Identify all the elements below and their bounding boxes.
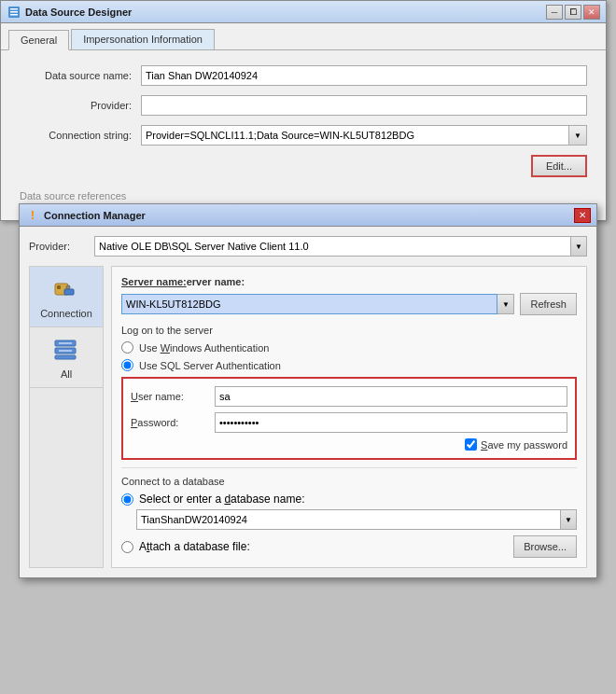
nav-all-label: All bbox=[61, 368, 72, 380]
window-title: Data Source Designer bbox=[25, 7, 546, 18]
datasource-label: Data source name: bbox=[20, 70, 141, 81]
provider-select-field[interactable]: Native OLE DB\SQL Server Native Client 1… bbox=[94, 236, 570, 257]
connection-string-dropdown[interactable]: ▼ bbox=[568, 125, 587, 146]
sql-auth-box: User name: Password: Save my password bbox=[121, 377, 577, 460]
svg-rect-2 bbox=[10, 14, 18, 16]
db-dropdown-arrow[interactable]: ▼ bbox=[560, 509, 577, 530]
username-input[interactable] bbox=[215, 386, 567, 407]
edit-button[interactable]: Edit... bbox=[531, 155, 587, 177]
password-input[interactable] bbox=[215, 412, 567, 433]
server-name-label: Server name: bbox=[121, 276, 187, 287]
logon-title: Log on to the server bbox=[121, 325, 577, 336]
dialog-body: Connection All bbox=[29, 266, 587, 568]
save-password-label: Save my password bbox=[481, 439, 567, 451]
db-select-wrapper: ▼ bbox=[136, 509, 577, 530]
provider-row: Provider: bbox=[20, 95, 587, 116]
datasource-row: Data source name: bbox=[20, 65, 587, 86]
sql-auth-radio[interactable] bbox=[121, 359, 133, 371]
dialog-content: Provider: Native OLE DB\SQL Server Nativ… bbox=[20, 227, 596, 577]
db-section-title: Connect to a database bbox=[121, 476, 577, 487]
refresh-button[interactable]: Refresh bbox=[520, 293, 577, 315]
svg-rect-3 bbox=[10, 8, 18, 10]
window-controls: ─ ⧠ ✕ bbox=[546, 5, 600, 20]
provider-row: Provider: Native OLE DB\SQL Server Nativ… bbox=[29, 236, 587, 257]
nav-item-all[interactable]: All bbox=[30, 327, 103, 388]
provider-label: Provider: bbox=[20, 100, 141, 111]
svg-rect-6 bbox=[64, 289, 74, 295]
sql-auth-row: Use SQL Server Authentication bbox=[121, 359, 577, 371]
dialog-provider-label: Provider: bbox=[29, 241, 94, 252]
restore-button[interactable]: ⧠ bbox=[565, 5, 581, 20]
db-section: Connect to a database Select or enter a … bbox=[121, 467, 577, 558]
db-name-input[interactable] bbox=[136, 509, 560, 530]
right-panel: Server name:erver name: ▼ Refresh Log on… bbox=[111, 266, 587, 568]
sql-auth-label: Use SQL Server Authentication bbox=[139, 360, 281, 371]
svg-rect-5 bbox=[57, 285, 61, 289]
connection-icon bbox=[51, 274, 81, 304]
db-select-label: Select or enter a database name: bbox=[139, 493, 304, 506]
dialog-title: Connection Manager bbox=[44, 210, 574, 221]
left-nav-panel: Connection All bbox=[29, 266, 104, 568]
nav-connection-label: Connection bbox=[40, 308, 92, 319]
datasource-references-label: Data source references bbox=[20, 187, 587, 205]
tab-general[interactable]: General bbox=[8, 30, 69, 50]
provider-input[interactable] bbox=[141, 95, 587, 116]
connection-manager-dialog: ! Connection Manager ✕ Provider: Native … bbox=[19, 203, 597, 578]
svg-rect-11 bbox=[55, 355, 76, 359]
edit-row: Edit... bbox=[20, 155, 587, 177]
db-select-row: Select or enter a database name: bbox=[121, 493, 577, 506]
tab-impersonation[interactable]: Impersonation Information bbox=[71, 29, 215, 49]
windows-auth-row: Use Windows Authentication bbox=[121, 341, 577, 354]
tabs-bar: General Impersonation Information bbox=[1, 23, 606, 50]
dialog-title-bar: ! Connection Manager ✕ bbox=[20, 204, 596, 227]
all-icon bbox=[51, 335, 81, 365]
window-icon bbox=[7, 5, 21, 20]
provider-select-wrapper: Native OLE DB\SQL Server Native Client 1… bbox=[94, 236, 587, 257]
server-select-wrapper: ▼ bbox=[121, 294, 514, 314]
connection-string-row: Connection string: ▼ bbox=[20, 125, 587, 146]
minimize-button[interactable]: ─ bbox=[546, 5, 563, 20]
attach-label: Attach a database file: bbox=[139, 540, 250, 553]
connection-string-label: Connection string: bbox=[20, 130, 141, 141]
data-source-designer-window: Data Source Designer ─ ⧠ ✕ General Imper… bbox=[0, 0, 607, 221]
save-password-checkbox[interactable] bbox=[465, 438, 477, 451]
title-bar: Data Source Designer ─ ⧠ ✕ bbox=[1, 1, 606, 23]
datasource-input[interactable] bbox=[141, 65, 587, 86]
username-label: User name: bbox=[131, 391, 215, 402]
windows-auth-radio[interactable] bbox=[121, 341, 133, 354]
server-name-section-title: Server name:erver name: bbox=[121, 276, 577, 287]
dialog-warning-icon: ! bbox=[25, 208, 40, 223]
attach-radio[interactable] bbox=[121, 541, 133, 553]
server-name-input[interactable] bbox=[121, 294, 497, 314]
connection-string-input[interactable] bbox=[141, 125, 568, 146]
auth-section: Log on to the server Use Windows Authent… bbox=[121, 325, 577, 460]
provider-dropdown-arrow[interactable]: ▼ bbox=[570, 236, 587, 257]
attach-row: Attach a database file: Browse... bbox=[121, 535, 577, 558]
save-password-row: Save my password bbox=[131, 438, 567, 451]
db-select-radio[interactable] bbox=[121, 493, 133, 506]
nav-item-connection[interactable]: Connection bbox=[30, 267, 103, 327]
dialog-close-button[interactable]: ✕ bbox=[574, 208, 591, 223]
svg-point-8 bbox=[66, 285, 70, 289]
svg-rect-1 bbox=[10, 11, 18, 13]
close-button[interactable]: ✕ bbox=[583, 5, 600, 20]
form-area: Data source name: Provider: Connection s… bbox=[1, 50, 606, 220]
browse-button[interactable]: Browse... bbox=[513, 535, 577, 558]
server-name-dropdown[interactable]: ▼ bbox=[497, 294, 514, 314]
server-name-row: ▼ Refresh bbox=[121, 293, 577, 315]
password-label: Password: bbox=[131, 417, 215, 428]
windows-auth-label: Use Windows Authentication bbox=[139, 342, 269, 354]
username-row: User name: bbox=[131, 386, 567, 407]
password-row: Password: bbox=[131, 412, 567, 433]
